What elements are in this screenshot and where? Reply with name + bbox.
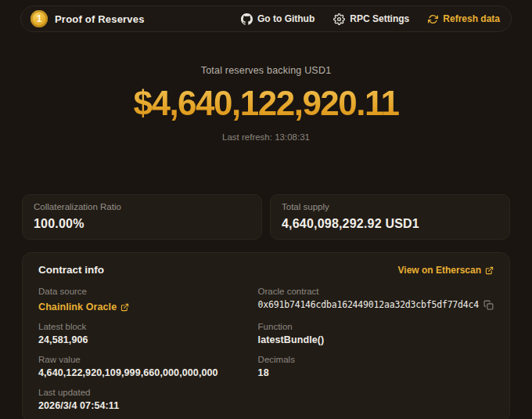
- oracle-contract-address: 0x691b74146cdba162449012aa32d3cbf5df77d4…: [258, 299, 479, 311]
- field-value: 2026/3/4 07:54:11: [38, 400, 243, 412]
- field-raw-value: Raw value 4,640,122,920,109,999,660,000,…: [38, 355, 243, 379]
- field-label: Decimals: [258, 355, 494, 364]
- stats-row: Collateralization Ratio 100.00% Total su…: [22, 194, 510, 240]
- field-value: 24,581,906: [38, 334, 243, 346]
- contract-info-card: Contract info View on Etherscan Data sou…: [22, 252, 510, 419]
- field-value: 18: [258, 367, 494, 379]
- contract-info-title: Contract info: [38, 264, 104, 276]
- stat-label: Collateralization Ratio: [34, 202, 250, 212]
- go-to-github-label: Go to Github: [257, 13, 315, 24]
- field-value: 4,640,122,920,109,999,660,000,000,000: [38, 367, 243, 379]
- github-icon: [241, 13, 253, 25]
- field-latest-block: Latest block 24,581,906: [38, 322, 243, 346]
- field-label: Last updated: [38, 388, 243, 397]
- field-value: Chainlink Oracle: [38, 302, 117, 313]
- coin-digit: 1: [37, 13, 42, 24]
- brand: 1 Proof of Reserves: [31, 10, 145, 27]
- external-link-icon: [485, 266, 494, 275]
- stat-value: 100.00%: [34, 216, 250, 231]
- view-on-etherscan-label: View on Etherscan: [398, 265, 481, 276]
- field-label: Raw value: [38, 355, 243, 364]
- gear-icon: [333, 13, 345, 25]
- stat-value: 4,640,098,292.92 USD1: [282, 216, 498, 231]
- field-label: Oracle contract: [258, 287, 494, 296]
- total-supply-card: Total supply 4,640,098,292.92 USD1: [270, 194, 510, 240]
- top-bar-actions: Go to Github RPC Settings Refresh data: [241, 13, 500, 25]
- hero-label: Total reserves backing USD1: [0, 65, 532, 76]
- field-function: Function latestBundle(): [258, 322, 494, 346]
- field-label: Data source: [38, 287, 243, 296]
- field-value: latestBundle(): [258, 334, 494, 346]
- go-to-github-button[interactable]: Go to Github: [241, 13, 315, 25]
- refresh-data-button[interactable]: Refresh data: [428, 13, 500, 24]
- refresh-icon: [428, 14, 438, 24]
- copy-address-button[interactable]: [483, 300, 494, 310]
- field-label: Latest block: [38, 322, 243, 331]
- usd1-coin-icon: 1: [31, 10, 48, 27]
- contract-fields-grid: Data source Chainlink Oracle Oracle cont…: [38, 287, 494, 412]
- page-title: Proof of Reserves: [55, 13, 145, 25]
- field-oracle-contract: Oracle contract 0x691b74146cdba162449012…: [258, 287, 494, 313]
- rpc-settings-button[interactable]: RPC Settings: [333, 13, 409, 25]
- reserves-hero: Total reserves backing USD1 $4,640,122,9…: [0, 65, 532, 143]
- view-on-etherscan-link[interactable]: View on Etherscan: [398, 265, 494, 276]
- contract-info-header: Contract info View on Etherscan: [38, 264, 494, 276]
- total-reserves-amount: $4,640,122,920.11: [0, 85, 532, 121]
- chainlink-oracle-link[interactable]: Chainlink Oracle: [38, 302, 129, 313]
- field-decimals: Decimals 18: [258, 355, 494, 379]
- external-link-icon: [120, 303, 129, 312]
- copy-icon: [483, 300, 494, 310]
- field-last-updated: Last updated 2026/3/4 07:54:11: [38, 388, 243, 412]
- field-label: Function: [258, 322, 494, 331]
- stat-label: Total supply: [282, 202, 498, 212]
- field-data-source: Data source Chainlink Oracle: [38, 287, 243, 313]
- refresh-data-label: Refresh data: [443, 13, 500, 24]
- last-refresh-text: Last refresh: 13:08:31: [0, 132, 532, 143]
- rpc-settings-label: RPC Settings: [350, 13, 409, 24]
- top-bar: 1 Proof of Reserves Go to Github RPC Set…: [20, 5, 512, 32]
- collateralization-ratio-card: Collateralization Ratio 100.00%: [22, 194, 262, 240]
